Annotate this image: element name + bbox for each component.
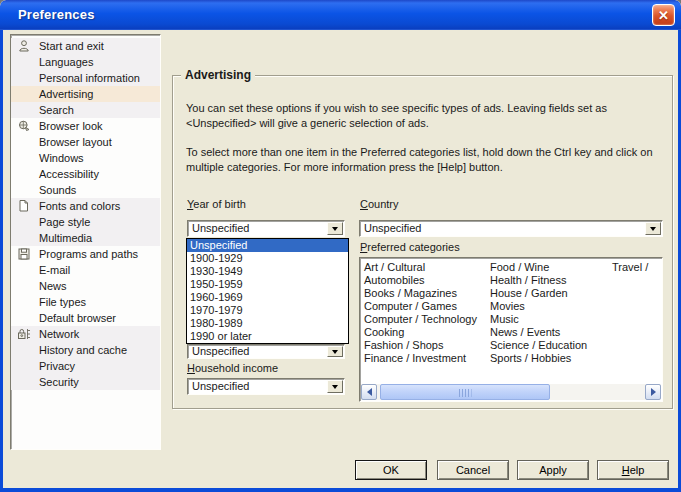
window-titlebar[interactable]: Preferences ✕ [0, 0, 681, 30]
chevron-left-icon [363, 388, 372, 396]
sidebar-item-label: Advertising [39, 88, 93, 100]
sidebar-item-page-style[interactable]: Page style [11, 214, 160, 230]
sidebar-item-label: E-mail [39, 264, 70, 276]
dropdown-option-1900-1929[interactable]: 1900-1929 [187, 252, 348, 265]
sidebar-item-security[interactable]: Security [11, 374, 160, 390]
sidebar-item-multimedia[interactable]: Multimedia [11, 230, 160, 246]
partially-hidden-dropdown-button[interactable] [327, 346, 343, 357]
category-item-automobiles[interactable]: Automobiles [364, 274, 477, 287]
sidebar-item-privacy[interactable]: Privacy [11, 358, 160, 374]
category-item-computer-technology[interactable]: Computer / Technology [364, 313, 477, 326]
category-item-fashion-shops[interactable]: Fashion / Shops [364, 339, 477, 352]
year-of-birth-value: Unspecified [192, 222, 249, 235]
sidebar-item-e-mail[interactable]: E-mail [11, 262, 160, 278]
chevron-down-icon [332, 227, 338, 234]
category-item-cooking[interactable]: Cooking [364, 326, 477, 339]
category-item-science-education[interactable]: Science / Education [490, 339, 587, 352]
dropdown-option-1980-1989[interactable]: 1980-1989 [187, 317, 348, 330]
household-income-dropdown-button[interactable] [327, 380, 343, 393]
horizontal-scrollbar[interactable] [361, 384, 661, 400]
sidebar-item-news[interactable]: News [11, 278, 160, 294]
category-item-house-garden[interactable]: House / Garden [490, 287, 587, 300]
help-button[interactable]: Help [597, 460, 669, 480]
category-item-food-wine[interactable]: Food / Wine [490, 261, 587, 274]
scrollbar-grip-icon [459, 389, 472, 397]
dropdown-option-1930-1949[interactable]: 1930-1949 [187, 265, 348, 278]
groupbox-title: Advertising [181, 68, 255, 82]
categories-column: Food / WineHealth / FitnessHouse / Garde… [490, 261, 587, 365]
sidebar-item-languages[interactable]: Languages [11, 54, 160, 70]
sidebar-item-advertising[interactable]: Advertising [11, 86, 160, 102]
categories-column: Art / CulturalAutomobilesBooks / Magazin… [364, 261, 477, 365]
dropdown-option-1990-or-later[interactable]: 1990 or later [187, 330, 348, 343]
scroll-right-button[interactable] [645, 384, 661, 400]
globe-icon [17, 119, 31, 133]
category-item-health-fitness[interactable]: Health / Fitness [490, 274, 587, 287]
category-item-finance-investment[interactable]: Finance / Investment [364, 352, 477, 365]
sidebar-item-label: Multimedia [39, 232, 92, 244]
partially-hidden-combobox-value: Unspecified [192, 345, 249, 358]
year-of-birth-combobox[interactable]: Unspecified [187, 220, 345, 237]
sidebar-item-windows[interactable]: Windows [11, 150, 160, 166]
category-item-music[interactable]: Music [490, 313, 587, 326]
year-of-birth-dropdown-list[interactable]: Unspecified1900-19291930-19491950-195919… [186, 238, 349, 344]
category-item-books-magazines[interactable]: Books / Magazines [364, 287, 477, 300]
categories-column: Travel / [612, 261, 648, 274]
category-item-movies[interactable]: Movies [490, 300, 587, 313]
sidebar-item-label: Personal information [39, 72, 140, 84]
sidebar-item-label: Fonts and colors [39, 200, 120, 212]
dropdown-option-unspecified[interactable]: Unspecified [187, 239, 348, 252]
scroll-left-button[interactable] [361, 384, 377, 400]
country-combobox[interactable]: Unspecified [359, 220, 663, 237]
sidebar-item-personal-information[interactable]: Personal information [11, 70, 160, 86]
category-item-sports-hobbies[interactable]: Sports / Hobbies [490, 352, 587, 365]
sidebar-item-sounds[interactable]: Sounds [11, 182, 160, 198]
category-item-art-cultural[interactable]: Art / Cultural [364, 261, 477, 274]
dropdown-option-1960-1969[interactable]: 1960-1969 [187, 291, 348, 304]
person-icon [17, 39, 31, 53]
close-icon: ✕ [658, 9, 669, 22]
sidebar-item-default-browser[interactable]: Default browser [11, 310, 160, 326]
sidebar-item-label: Default browser [39, 312, 116, 324]
close-button[interactable]: ✕ [652, 4, 675, 26]
preferred-categories-label: Preferred categories [360, 240, 460, 254]
sidebar-item-fonts-and-colors[interactable]: Fonts and colors [11, 198, 160, 214]
dropdown-option-1970-1979[interactable]: 1970-1979 [187, 304, 348, 317]
sidebar-item-browser-layout[interactable]: Browser layout [11, 134, 160, 150]
sidebar-item-accessibility[interactable]: Accessibility [11, 166, 160, 182]
window-border-left [0, 30, 3, 492]
scrollbar-thumb[interactable] [380, 384, 550, 400]
preferences-dialog: Preferences ✕ Start and exitLanguagesPer… [0, 0, 681, 492]
household-income-combobox[interactable]: Unspecified [187, 378, 345, 395]
floppy-disk-icon [17, 247, 31, 261]
sidebar-item-label: History and cache [39, 344, 127, 356]
category-item-computer-games[interactable]: Computer / Games [364, 300, 477, 313]
category-item-news-events[interactable]: News / Events [490, 326, 587, 339]
sidebar-item-browser-look[interactable]: Browser look [11, 118, 160, 134]
sidebar-item-network[interactable]: Network [11, 326, 160, 342]
chevron-down-icon [650, 227, 656, 234]
sidebar-item-label: Page style [39, 216, 90, 228]
lock-icon [17, 327, 31, 341]
window-border-bottom [0, 488, 681, 492]
intro-text: You can set these options if you wish to… [186, 101, 668, 131]
dropdown-option-1950-1959[interactable]: 1950-1959 [187, 278, 348, 291]
ok-button[interactable]: OK [355, 460, 427, 480]
sidebar-item-search[interactable]: Search [11, 102, 160, 118]
cancel-button[interactable]: Cancel [437, 460, 509, 480]
country-dropdown-button[interactable] [645, 222, 661, 235]
preferred-categories-listbox[interactable]: Art / CulturalAutomobilesBooks / Magazin… [359, 257, 663, 402]
sidebar-item-label: Privacy [39, 360, 75, 372]
sidebar-item-history-and-cache[interactable]: History and cache [11, 342, 160, 358]
sidebar-item-file-types[interactable]: File types [11, 294, 160, 310]
partially-hidden-combobox[interactable]: Unspecified [187, 344, 345, 359]
sidebar-item-start-and-exit[interactable]: Start and exit [11, 38, 160, 54]
sidebar-item-label: Accessibility [39, 168, 99, 180]
sidebar-item-label: News [39, 280, 67, 292]
year-of-birth-dropdown-button[interactable] [327, 222, 343, 235]
category-item-travel[interactable]: Travel / [612, 261, 648, 274]
sidebar-list[interactable]: Start and exitLanguagesPersonal informat… [10, 34, 161, 450]
apply-button[interactable]: Apply [517, 460, 589, 480]
sidebar-item-programs-and-paths[interactable]: Programs and paths [11, 246, 160, 262]
instructions-text: To select more than one item in the Pref… [186, 145, 668, 175]
